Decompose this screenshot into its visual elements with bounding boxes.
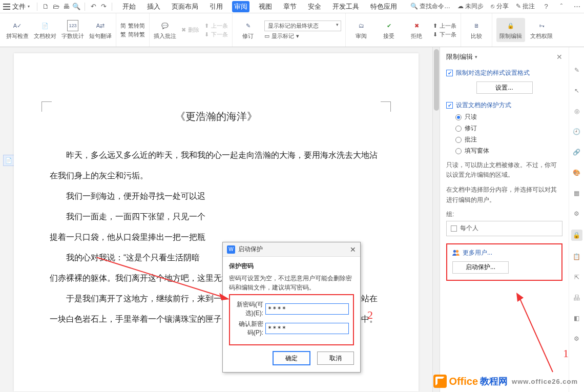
lock-icon[interactable]: 🔒 — [571, 230, 582, 241]
qat-new-icon[interactable]: 🗋 — [41, 3, 50, 11]
pencil-icon[interactable]: ✎ — [572, 66, 581, 75]
clipboard-icon[interactable]: 📋 — [572, 252, 581, 261]
annotation-number: 1 — [563, 347, 569, 360]
paragraph: 昨天，多么远又多么近的昨天，我和我的心一起走向浩瀚的大海，要用海水洗去大地沾在我… — [50, 145, 383, 186]
accept-button[interactable]: ✔接受 — [378, 20, 400, 40]
trad-to-simp-button[interactable]: 简繁转简 — [120, 22, 145, 30]
translate-button[interactable]: A⇄短句翻译 — [89, 20, 112, 40]
review-pane-button[interactable]: 🗂审阅 — [350, 20, 372, 40]
tab-chapter[interactable]: 章节 — [281, 1, 299, 12]
delete-comment-button[interactable]: ✖ 删除 — [181, 26, 199, 34]
file-menu[interactable]: 文件 — [12, 2, 26, 11]
next-comment-button[interactable]: ⬇ 下一条 — [204, 31, 228, 38]
tab-devtools[interactable]: 开发工具 — [330, 1, 361, 12]
panel-hint: 在文档中选择部分内容，并选择可以对其进行编辑的用户。 — [446, 185, 562, 204]
everyone-checkbox[interactable]: 每个人 — [446, 221, 562, 236]
layers-icon[interactable]: ◧ — [572, 314, 581, 323]
tab-insert[interactable]: 插入 — [145, 1, 162, 12]
ok-button[interactable]: 确定 — [273, 352, 310, 365]
qat-print-icon[interactable]: 🖶 — [62, 3, 70, 11]
ribbon: A✓拼写检查 📄文档校对 123字数统计 A⇄短句翻译 简繁转简 繁简转繁 💬插… — [0, 13, 584, 47]
chevron-down-icon[interactable]: ▾ — [28, 4, 30, 9]
menubar: 文件 ▾ 🗋 🗁 🖶 🔍 ↶ ↷ 开始 插入 页面布局 引用 审阅 视图 章节 … — [0, 0, 584, 13]
sliders-icon[interactable]: ⚙ — [572, 209, 581, 218]
tab-review[interactable]: 审阅 — [232, 1, 249, 12]
tab-layout[interactable]: 页面布局 — [170, 1, 200, 12]
radio-trackchanges[interactable]: 修订 — [455, 124, 562, 133]
cursor-icon[interactable]: ↖ — [572, 86, 581, 95]
dialog-titlebar[interactable]: W 启动保护 ✕ — [223, 242, 360, 257]
document-area: 📄 《更浩瀚的海洋》 昨天，多么远又多么近的昨天，我和我的心一起走向浩瀚的大海，… — [0, 47, 432, 392]
annotation-number: 2 — [367, 308, 373, 322]
help-icon[interactable]: ? — [542, 3, 550, 11]
svg-point-2 — [453, 250, 456, 253]
show-markup-button[interactable]: ▭ 显示标记 ▾ — [264, 32, 341, 40]
close-icon[interactable]: ✕ — [350, 245, 356, 254]
start-protection-dialog: W 启动保护 ✕ 保护密码 密码可设置为空，不过恶意用户可能会删除密码和编辑文件… — [222, 242, 361, 373]
vertical-scrollbar[interactable] — [432, 47, 440, 392]
tab-view[interactable]: 视图 — [257, 1, 274, 12]
annotate-button[interactable]: ✎ 批注 — [516, 2, 535, 11]
command-search[interactable]: 🔍 查找命令… — [410, 2, 450, 11]
insert-comment-button[interactable]: 💬插入批注 — [154, 20, 176, 40]
sync-status[interactable]: ☁ 未同步 — [457, 2, 484, 11]
dialog-hint: 密码可设置为空，不过恶意用户可能会删除密码和编辑文件，建议填写密码。 — [229, 274, 354, 292]
proofread-button[interactable]: 📄文档校对 — [34, 20, 56, 40]
doc-permissions-button[interactable]: 🗝文档权限 — [530, 20, 553, 40]
radio-readonly[interactable]: 只读 — [455, 113, 562, 121]
qat-undo-icon[interactable]: ↶ — [89, 3, 97, 11]
palette-icon[interactable]: 🎨 — [572, 168, 581, 177]
qat-preview-icon[interactable]: 🔍 — [72, 3, 80, 11]
qat-open-icon[interactable]: 🗁 — [52, 3, 60, 11]
panel-hint: 只读，可以防止文档被修改。不过，你可以设置允许编辑的区域。 — [446, 160, 562, 180]
track-changes-button[interactable]: ✎修订 — [237, 20, 259, 40]
export-icon[interactable]: ⇱ — [572, 273, 581, 282]
settings-icon[interactable]: ⚙ — [572, 334, 581, 343]
confirm-password-input[interactable] — [265, 323, 349, 334]
more-icon[interactable]: ⋯ — [573, 3, 581, 11]
qat-redo-icon[interactable]: ↷ — [99, 3, 108, 11]
cancel-button[interactable]: 取消 — [317, 352, 354, 365]
prev-change-button[interactable]: ⬆ 上一条 — [433, 22, 456, 30]
protection-mode-checkbox[interactable]: ✔设置文档的保护方式 — [446, 101, 562, 110]
tab-security[interactable]: 安全 — [306, 1, 323, 12]
confirm-password-label: 确认新密码(P): — [234, 320, 263, 337]
clock-icon[interactable]: 🕘 — [572, 127, 581, 136]
markup-display-select[interactable]: 显示标记的最终状态 — [264, 20, 341, 31]
next-change-button[interactable]: ⬇ 下一条 — [433, 31, 456, 38]
wordcount-button[interactable]: 123字数统计 — [61, 20, 84, 40]
paragraph: 我们一到海边，便开始寻找一处可以迟 — [50, 186, 383, 207]
tree-icon[interactable]: 品 — [572, 293, 581, 302]
right-icon-rail: ✎ ↖ ◎ 🕘 🔗 🎨 ▦ ⚙ 🔒 📋 ⇱ 品 ◧ ⚙ — [569, 47, 584, 392]
compare-button[interactable]: 🗎比较 — [465, 20, 488, 40]
floating-page-icon[interactable]: 📄 — [3, 155, 14, 166]
chevron-down-icon[interactable]: ▾ — [475, 54, 477, 59]
collapse-ribbon-icon[interactable]: ˆ — [557, 3, 566, 11]
radio-comments[interactable]: 批注 — [455, 135, 562, 144]
radio-forms[interactable]: 填写窗体 — [455, 147, 562, 155]
tab-special[interactable]: 特色应用 — [368, 1, 399, 12]
users-icon — [452, 250, 460, 256]
tab-start[interactable]: 开始 — [120, 1, 138, 12]
close-panel-icon[interactable]: ✕ — [556, 53, 562, 61]
restrict-editing-button[interactable]: 🔒限制编辑 — [496, 18, 525, 42]
limit-formatting-checkbox[interactable]: ✔限制对选定的样式设置格式 — [446, 69, 562, 77]
target-icon[interactable]: ◎ — [572, 107, 581, 116]
reject-button[interactable]: ✖拒绝 — [405, 20, 428, 40]
new-password-input[interactable] — [265, 303, 349, 315]
start-protection-button[interactable]: 启动保护... — [452, 261, 509, 274]
chain-icon[interactable]: 🔗 — [572, 148, 581, 157]
prev-comment-button[interactable]: ⬆ 上一条 — [204, 22, 228, 30]
annotation-highlight-box: 更多用户... 启动保护... — [446, 243, 562, 281]
simp-to-trad-button[interactable]: 繁简转繁 — [120, 31, 145, 38]
wps-logo-icon: W — [227, 245, 235, 254]
spellcheck-button[interactable]: A✓拼写检查 — [6, 20, 29, 40]
tab-reference[interactable]: 引用 — [207, 1, 225, 12]
hamburger-icon[interactable] — [3, 4, 10, 10]
grid-icon[interactable]: ▦ — [572, 189, 581, 198]
more-users-link[interactable]: 更多用户... — [452, 249, 556, 257]
formatting-settings-button[interactable]: 设置... — [476, 81, 533, 94]
group-label: 组: — [446, 210, 562, 219]
svg-point-3 — [456, 250, 458, 253]
share-button[interactable]: ⎋ 分享 — [491, 2, 508, 11]
